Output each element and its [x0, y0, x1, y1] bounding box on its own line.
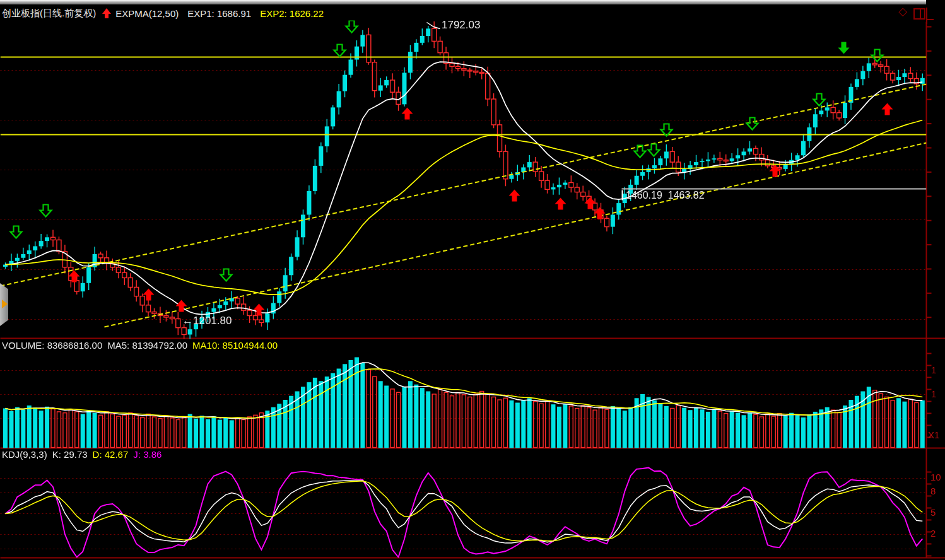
kdj-axis-label-80: 8	[930, 486, 936, 496]
volume-value-label: VOLUME: 83686816.00	[2, 340, 102, 351]
kdj-d-label: D: 42.67	[93, 449, 129, 460]
chart-canvas[interactable]	[0, 0, 945, 560]
low-price-label: ←1201.80	[182, 315, 232, 327]
volume-unit-label: X1	[928, 429, 939, 440]
trading-app-window: 创业板指(日线.前复权) EXPMA(12,50) EXP1: 1686.91 …	[0, 0, 945, 560]
volume-axis-label-2: 1	[931, 388, 936, 399]
expand-panel-handle[interactable]	[0, 283, 8, 326]
kdj-j-label: J: 3.86	[133, 449, 161, 460]
expand-arrow-icon	[2, 300, 8, 308]
volume-axis-label-1: 1	[931, 365, 936, 375]
kdj-name-label: KDJ(9,3,3)	[2, 449, 47, 460]
volume-ma5-label: MA5: 81394792.00	[107, 340, 187, 351]
volume-ma10-label: MA10: 85104944.00	[192, 340, 278, 351]
kdj-pane-header: KDJ(9,3,3) K: 29.73 D: 42.67 J: 3.86	[2, 449, 161, 460]
high-price-label: 1792.03	[442, 19, 480, 32]
kdj-axis-label-100: 10	[930, 472, 941, 482]
gap-price-label: 1460.19 1463.82	[626, 190, 705, 201]
kdj-axis-label-20: 2	[930, 528, 936, 539]
kdj-k-label: K: 29.73	[52, 449, 88, 460]
volume-pane-header: VOLUME: 83686816.00 MA5: 81394792.00 MA1…	[2, 340, 278, 351]
kdj-axis-label-50: 5	[930, 507, 936, 518]
